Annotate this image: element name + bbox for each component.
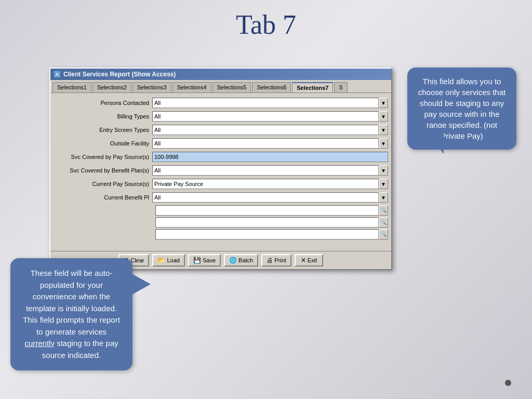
callout-left-underline: currently <box>24 339 55 348</box>
tab-selections1[interactable]: Selections1 <box>52 82 91 92</box>
current-pay-source-label: Current Pay Source(s) <box>54 181 152 187</box>
print-button[interactable]: 🖨 Print <box>261 254 291 267</box>
tab-selections2[interactable]: Selections2 <box>92 82 131 92</box>
extra-row-1: 🔍 <box>155 205 388 216</box>
batch-icon: 🌐 <box>229 257 237 264</box>
tab-bar: Selections1 Selections2 Selections3 Sele… <box>50 80 391 93</box>
load-icon: 📂 <box>157 257 165 264</box>
extra-rows: 🔍 🔍 🔍 <box>54 205 388 240</box>
billing-types-row: Billing Types All ▼ <box>54 111 388 122</box>
page-title: Tab 7 <box>0 0 532 45</box>
extra-input-2[interactable] <box>155 217 379 228</box>
window-title: Client Services Report (Show Access) <box>63 71 176 78</box>
svc-pay-source-row: Svc Covered by Pay Source(s) 100-9998 <box>54 151 388 163</box>
extra-input-3[interactable] <box>155 229 379 240</box>
tab-selections4[interactable]: Selections4 <box>172 82 211 92</box>
callout-left: These field will be auto-populated for y… <box>10 258 132 370</box>
current-benefit-plan-label: Current Benefit Pl <box>54 194 152 201</box>
load-button[interactable]: 📂 Load <box>152 254 184 267</box>
persons-contacted-btn[interactable]: ▼ <box>379 98 388 108</box>
current-benefit-plan-input[interactable]: All <box>152 192 379 203</box>
current-pay-source-input[interactable]: Private Pay Source <box>152 179 379 189</box>
search-btn-1[interactable]: 🔍 <box>379 205 388 216</box>
save-button[interactable]: 💾 Save <box>188 254 221 267</box>
current-pay-source-row: Current Pay Source(s) Private Pay Source… <box>54 178 388 190</box>
extra-row-2: 🔍 <box>155 217 388 228</box>
outside-facility-row: Outside Facility All ▼ <box>54 138 388 149</box>
svc-benefit-plan-row: Svc Covered by Benefit Plan(s) All ▼ <box>54 165 388 176</box>
persons-contacted-row: Persons Contacted All ▼ <box>54 97 388 109</box>
form-area: Persons Contacted All ▼ Billing Types Al… <box>50 93 391 244</box>
tab-selections6[interactable]: Selections6 <box>252 82 291 92</box>
extra-row-3: 🔍 <box>155 229 388 240</box>
entry-screen-types-btn[interactable]: ▼ <box>379 125 388 135</box>
print-icon: 🖨 <box>267 257 273 264</box>
billing-types-btn[interactable]: ▼ <box>379 111 388 122</box>
billing-types-input[interactable]: All <box>152 111 379 122</box>
current-pay-source-btn[interactable]: ▼ <box>379 179 388 189</box>
tab-selections7[interactable]: Selections7 <box>292 82 333 92</box>
search-btn-3[interactable]: 🔍 <box>379 229 388 240</box>
outside-facility-label: Outside Facility <box>54 140 152 147</box>
persons-contacted-input[interactable]: All <box>152 98 379 108</box>
svc-benefit-plan-btn[interactable]: ▼ <box>379 165 388 176</box>
callout-right: This field allows you to choose only ser… <box>407 68 516 150</box>
app-icon: A <box>54 71 61 78</box>
tab-selections5[interactable]: Selections5 <box>212 82 251 92</box>
outside-facility-btn[interactable]: ▼ <box>379 138 388 149</box>
callout-left-text-before: These field will be auto-populated for y… <box>23 269 120 336</box>
outside-facility-input[interactable]: All <box>152 138 379 149</box>
current-benefit-plan-btn[interactable]: ▼ <box>379 192 388 203</box>
tab-s[interactable]: S <box>334 82 347 92</box>
callout-right-text: This field allows you to choose only ser… <box>418 77 506 140</box>
svc-benefit-plan-label: Svc Covered by Benefit Plan(s) <box>54 167 152 174</box>
exit-button[interactable]: ✕ Exit <box>295 254 323 267</box>
extra-input-1[interactable] <box>155 205 379 216</box>
search-btn-2[interactable]: 🔍 <box>379 217 388 228</box>
svc-pay-source-input[interactable]: 100-9998 <box>152 152 388 162</box>
svc-benefit-plan-input[interactable]: All <box>152 165 379 176</box>
entry-screen-types-input[interactable]: All <box>152 125 379 135</box>
svc-pay-source-label: Svc Covered by Pay Source(s) <box>54 154 152 160</box>
title-bar: A Client Services Report (Show Access) <box>50 69 391 80</box>
exit-icon: ✕ <box>301 257 306 264</box>
bullet-dot <box>505 380 511 386</box>
save-icon: 💾 <box>193 257 201 264</box>
billing-types-label: Billing Types <box>54 113 152 119</box>
persons-contacted-label: Persons Contacted <box>54 100 152 106</box>
current-benefit-plan-row: Current Benefit Pl All ▼ <box>54 192 388 203</box>
tab-selections3[interactable]: Selections3 <box>132 82 171 92</box>
main-window: A Client Services Report (Show Access) S… <box>49 68 392 270</box>
entry-screen-types-row: Entry Screen Types All ▼ <box>54 124 388 136</box>
batch-button[interactable]: 🌐 Batch <box>224 254 258 267</box>
entry-screen-types-label: Entry Screen Types <box>54 127 152 133</box>
